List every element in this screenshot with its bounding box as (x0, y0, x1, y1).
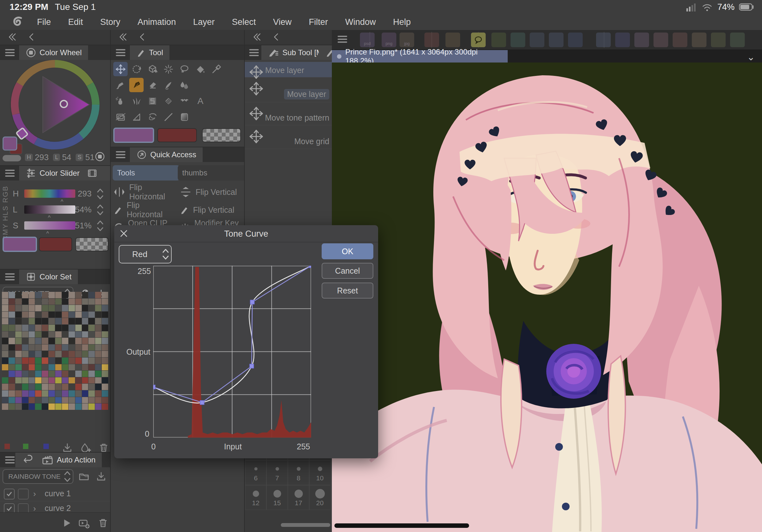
color-set-swatch[interactable] (2, 364, 8, 370)
color-set-swatch[interactable] (75, 370, 82, 377)
color-set-swatch[interactable] (9, 292, 15, 298)
brush-size-10[interactable]: 10 (309, 460, 331, 485)
color-set-swatch[interactable] (29, 364, 35, 370)
panel-menu-icon[interactable] (5, 273, 15, 280)
panel-tool-icon[interactable] (113, 110, 128, 124)
color-set-swatch[interactable] (62, 397, 68, 403)
color-set-swatch[interactable] (15, 305, 22, 311)
color-set-swatch[interactable] (69, 331, 75, 338)
color-set-swatch[interactable] (95, 403, 102, 410)
color-set-swatch[interactable] (55, 403, 62, 410)
color-set-swatch[interactable] (2, 390, 8, 397)
color-set-swatch[interactable] (35, 312, 41, 318)
channel-select[interactable]: Red (119, 245, 172, 263)
color-set-swatch[interactable] (35, 358, 41, 364)
color-set-swatch[interactable] (82, 299, 88, 305)
color-wheel[interactable] (7, 60, 103, 153)
color-set-swatch[interactable] (35, 299, 41, 305)
color-set-swatch[interactable] (62, 390, 68, 397)
color-set-swatch[interactable] (22, 384, 29, 390)
canvas-h-scrollbar[interactable] (335, 523, 469, 528)
color-set-swatch[interactable] (15, 397, 22, 403)
color-set-swatch[interactable] (29, 397, 35, 403)
color-set-swatch[interactable] (62, 312, 68, 318)
color-set-swatch[interactable] (48, 292, 55, 298)
play-action-icon[interactable] (61, 517, 73, 529)
color-set-swatch[interactable] (48, 312, 55, 318)
chevron-right-icon[interactable]: › (33, 489, 36, 499)
color-set-swatch[interactable] (82, 358, 88, 364)
sub-tool-move-layer[interactable]: Move layer (245, 79, 332, 102)
tab-thumbs-filter[interactable]: thumbs (178, 165, 244, 180)
grass-tool-icon[interactable] (129, 94, 144, 108)
color-set-swatch[interactable] (35, 351, 41, 357)
color-set-swatch[interactable] (48, 331, 55, 338)
color-set-swatch[interactable] (95, 345, 102, 351)
color-set-swatch[interactable] (42, 338, 48, 344)
transparent-color-swatch[interactable] (202, 128, 241, 142)
color-set-swatch[interactable] (9, 338, 15, 344)
color-set-swatch[interactable] (75, 292, 82, 298)
color-set-swatch[interactable] (88, 338, 95, 344)
tab-sub-tool[interactable]: Sub Tool [M (261, 45, 325, 60)
color-set-swatch[interactable] (42, 377, 48, 384)
marker-tool-icon[interactable] (113, 78, 128, 92)
color-set-swatch[interactable] (55, 299, 62, 305)
clip-studio-logo-icon[interactable] (12, 16, 24, 29)
color-set-swatch[interactable] (35, 305, 41, 311)
color-set-swatch[interactable] (82, 377, 88, 384)
reset-button[interactable]: Reset (322, 283, 373, 299)
color-set-swatch[interactable] (62, 370, 68, 377)
color-set-swatch[interactable] (88, 318, 95, 324)
mauve-icon[interactable] (634, 33, 649, 47)
rose-icon[interactable] (653, 33, 668, 47)
quick-access-flip-horizontal[interactable]: Flip Horizontal (113, 202, 177, 218)
color-set-swatch[interactable] (2, 292, 8, 298)
import-action-icon[interactable] (95, 470, 107, 483)
color-set-swatch[interactable] (22, 358, 29, 364)
color-set-swatch[interactable] (55, 397, 62, 403)
color-set-swatch[interactable] (55, 331, 62, 338)
color-set-swatch[interactable] (35, 377, 41, 384)
color-set-swatch[interactable] (69, 318, 75, 324)
color-set-swatch[interactable] (48, 325, 55, 331)
color-set-swatch[interactable] (69, 338, 75, 344)
brush-size-7[interactable]: 7 (267, 460, 288, 485)
color-set-swatch[interactable] (75, 351, 82, 357)
color-set-swatch[interactable] (15, 377, 22, 384)
color-set-swatch[interactable] (42, 292, 48, 298)
quick-access-flip-vertical[interactable]: Flip Vertical (180, 202, 244, 218)
brush-tool-icon[interactable] (161, 78, 176, 92)
brush-size-20[interactable]: 20 (309, 485, 331, 510)
command-bar-menu-icon[interactable] (338, 36, 347, 43)
color-set-swatch[interactable] (88, 345, 95, 351)
color-set-swatch[interactable] (88, 377, 95, 384)
color-set-swatch[interactable] (62, 377, 68, 384)
export-png-icon[interactable]: png (382, 33, 396, 47)
color-set-swatch[interactable] (9, 358, 15, 364)
color-set-swatch[interactable] (22, 325, 29, 331)
channel-stepper[interactable] (160, 248, 171, 261)
sat-stepper[interactable] (95, 220, 106, 232)
color-set-swatch[interactable] (22, 397, 29, 403)
color-set-swatch[interactable] (29, 390, 35, 397)
color-set-swatch[interactable] (9, 345, 15, 351)
color-set-swatch[interactable] (29, 351, 35, 357)
quick-access-flip-horizontal[interactable]: Flip Horizontal (113, 184, 177, 200)
color-set-swatch[interactable] (82, 338, 88, 344)
color-set-swatch[interactable] (35, 318, 41, 324)
hue-slider[interactable] (24, 189, 75, 198)
color-set-swatch[interactable] (88, 358, 95, 364)
color-set-swatch[interactable] (69, 312, 75, 318)
color-set-swatch[interactable] (88, 364, 95, 370)
color-set-swatch[interactable] (75, 318, 82, 324)
color-set-swatch[interactable] (82, 364, 88, 370)
color-set-swatch[interactable] (15, 403, 22, 410)
color-set-swatch[interactable] (35, 292, 41, 298)
secondary-color-swatch[interactable] (157, 128, 197, 142)
slider-mode-rgb[interactable]: RGB (1, 186, 10, 203)
object-tool-icon[interactable] (145, 62, 160, 76)
color-set-swatch[interactable] (69, 403, 75, 410)
color-set-swatch[interactable] (42, 403, 48, 410)
color-set-swatch[interactable] (48, 384, 55, 390)
